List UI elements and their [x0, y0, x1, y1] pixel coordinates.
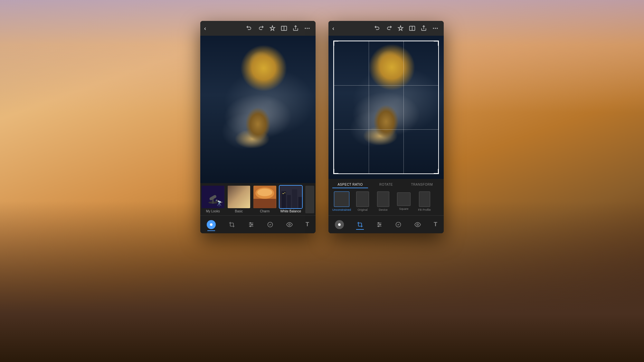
nav-heal-right[interactable] — [391, 219, 405, 230]
aspect-label-device: Device — [379, 208, 388, 211]
thumbnail-my-looks[interactable]: My Looks — [200, 186, 226, 215]
heal-icon-left — [267, 221, 273, 228]
svg-point-3 — [305, 28, 306, 29]
thumbnail-charm[interactable]: Charm — [252, 186, 278, 215]
thumb-img-white-balance — [279, 186, 302, 208]
svg-rect-22 — [292, 190, 297, 208]
left-undo-button[interactable] — [245, 24, 254, 33]
right-bottom-nav: T — [328, 215, 444, 233]
aspect-tabs: ASPECT RATIO ROTATE TRANSFORM — [332, 181, 440, 188]
right-undo-button[interactable] — [373, 24, 382, 33]
svg-point-31 — [250, 226, 251, 227]
svg-rect-10 — [228, 186, 250, 208]
crop-corner-br — [434, 169, 439, 174]
nav-adjust-right[interactable] — [372, 219, 386, 230]
tab-aspect-ratio[interactable]: ASPECT RATIO — [332, 181, 368, 188]
svg-point-30 — [251, 224, 252, 225]
thumb-img-basic — [228, 186, 251, 208]
eye-icon-left — [286, 221, 293, 228]
nav-eye-left[interactable] — [282, 219, 297, 230]
left-compare-button[interactable] — [279, 24, 289, 33]
nav-heal-left[interactable] — [263, 219, 277, 230]
aspect-box-device — [377, 191, 389, 207]
aspect-label-square: Square — [399, 207, 409, 210]
right-share-button[interactable] — [419, 24, 428, 33]
crop-corner-tl — [333, 41, 338, 46]
left-more-button[interactable] — [303, 24, 312, 33]
thumb-img-my-looks — [202, 186, 224, 208]
aspect-unconstrained[interactable]: Unconstrained — [332, 191, 351, 211]
right-auto-button[interactable] — [396, 24, 405, 33]
svg-rect-25 — [284, 192, 285, 193]
thumbnail-partial[interactable] — [304, 186, 316, 215]
svg-marker-14 — [231, 189, 246, 193]
svg-rect-12 — [233, 193, 244, 201]
crop-overlay[interactable] — [333, 41, 439, 174]
svg-rect-24 — [282, 193, 284, 194]
right-back-button[interactable]: ‹ — [332, 25, 334, 32]
nav-text-right[interactable]: T — [430, 219, 441, 230]
thumbnail-white-balance[interactable]: White Balance — [278, 186, 304, 215]
svg-point-38 — [435, 28, 436, 29]
nav-text-left[interactable]: T — [302, 219, 313, 230]
text-icon-left: T — [306, 221, 309, 228]
thumbnail-strip: My Looks Basic — [200, 183, 316, 215]
aspect-box-square — [397, 192, 411, 206]
nav-crop-right[interactable] — [353, 219, 367, 230]
aspect-options: Unconstrained Original Device Square — [332, 191, 440, 213]
right-phone: ‹ — [328, 21, 444, 233]
svg-point-43 — [378, 222, 379, 223]
nav-adjust-left[interactable] — [244, 219, 258, 230]
svg-rect-16 — [253, 199, 276, 208]
svg-point-5 — [308, 28, 309, 29]
right-redo-button[interactable] — [384, 24, 393, 33]
aspect-panel: ASPECT RATIO ROTATE TRANSFORM Unconstrai… — [328, 179, 444, 215]
aspect-square[interactable]: Square — [395, 191, 413, 211]
right-compare-button[interactable] — [408, 24, 417, 33]
thumb-label-basic: Basic — [235, 209, 243, 213]
nav-eye-right[interactable] — [411, 219, 425, 230]
left-share-button[interactable] — [291, 24, 300, 33]
right-photo-area — [328, 36, 444, 179]
svg-point-29 — [250, 222, 251, 223]
thumb-label-my-looks: My Looks — [206, 209, 220, 213]
crop-corner-bl — [333, 169, 338, 174]
aspect-box-fb-profile — [419, 191, 430, 207]
tab-rotate[interactable]: ROTATE — [368, 181, 404, 188]
phones-container: ‹ — [200, 21, 444, 233]
thumb-img-charm — [253, 186, 276, 208]
nav-looks-right[interactable] — [331, 218, 348, 231]
aspect-fb-profile[interactable]: FB Profile — [415, 191, 433, 211]
tab-transform[interactable]: TRANSFORM — [404, 181, 440, 188]
thumb-label-white-balance: White Balance — [280, 209, 301, 213]
thumbnail-basic[interactable]: Basic — [226, 186, 252, 215]
aspect-label-unconstrained: Unconstrained — [332, 208, 351, 211]
svg-point-33 — [289, 224, 290, 225]
aspect-original[interactable]: Original — [354, 191, 372, 211]
aspect-device[interactable]: Device — [374, 191, 392, 211]
svg-point-45 — [378, 226, 379, 227]
crop-icon-left — [229, 221, 235, 228]
left-back-button[interactable]: ‹ — [204, 25, 206, 32]
left-auto-button[interactable] — [268, 24, 277, 33]
aspect-box-unconstrained — [334, 191, 349, 207]
left-bottom-nav: T — [200, 215, 316, 233]
right-toolbar: ‹ — [328, 21, 444, 36]
left-photo-area — [200, 36, 316, 183]
text-icon-right: T — [434, 221, 437, 228]
left-redo-button[interactable] — [256, 24, 265, 33]
svg-point-39 — [437, 28, 438, 29]
aspect-label-original: Original — [358, 208, 368, 211]
crop-icon-right — [357, 221, 363, 228]
adjust-icon-left — [248, 221, 254, 228]
nav-crop-left[interactable] — [225, 219, 239, 230]
thumb-label-charm: Charm — [260, 209, 270, 213]
right-more-button[interactable] — [431, 24, 440, 33]
jellyfish-image — [200, 36, 316, 183]
thumb-img-partial — [305, 186, 314, 213]
svg-point-37 — [433, 28, 434, 29]
svg-rect-11 — [228, 197, 250, 208]
crop-corner-tr — [434, 41, 439, 46]
nav-looks-left[interactable] — [203, 218, 220, 231]
svg-rect-13 — [236, 198, 239, 201]
